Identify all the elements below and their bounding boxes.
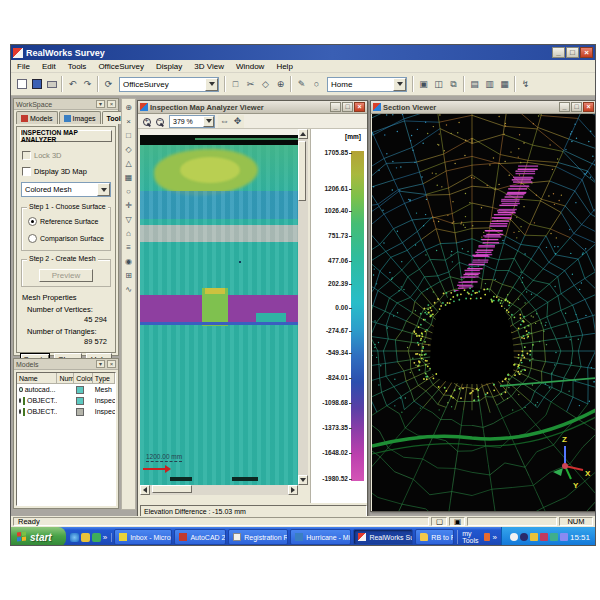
close-icon[interactable]: × bbox=[354, 102, 365, 112]
task-rb-to-pb[interactable]: RB to PB bbox=[415, 529, 454, 545]
models-panel-title[interactable]: Models ▾ × bbox=[14, 359, 118, 370]
help-pointer-icon[interactable]: ↯ bbox=[518, 77, 533, 92]
column-name[interactable]: Name bbox=[17, 373, 57, 384]
save-icon[interactable] bbox=[29, 77, 44, 92]
lock-3d-checkbox[interactable]: Lock 3D bbox=[22, 151, 62, 160]
side-tool-icon[interactable]: ◇ bbox=[122, 143, 135, 156]
visibility-eye-icon[interactable] bbox=[19, 387, 23, 392]
side-tool-icon[interactable]: ≡ bbox=[122, 241, 135, 254]
scroll-down-icon[interactable] bbox=[298, 475, 308, 485]
workspace-panel-title[interactable]: WorkSpace ▾ × bbox=[14, 99, 118, 110]
section-viewer-titlebar[interactable]: Section Viewer _ □ × bbox=[371, 101, 596, 114]
inspection-map[interactable]: 1200.00 mm bbox=[140, 129, 298, 485]
tool-target-icon[interactable]: ⊕ bbox=[273, 77, 288, 92]
chevron-down-icon[interactable] bbox=[97, 183, 110, 196]
side-tool-icon[interactable]: ∿ bbox=[122, 283, 135, 296]
menu-officesurvey[interactable]: OfficeSurvey bbox=[92, 61, 150, 72]
chevron-more-icon[interactable]: » bbox=[493, 533, 497, 542]
task-autocad[interactable]: AutoCAD 2002 bbox=[174, 529, 226, 545]
side-tool-icon[interactable]: ○ bbox=[122, 185, 135, 198]
pin-icon[interactable]: ▾ bbox=[96, 100, 105, 108]
tunnel-3d-view[interactable]: ZXY bbox=[372, 114, 596, 511]
window-new-icon[interactable]: ⧉ bbox=[446, 77, 461, 92]
internet-explorer-icon[interactable] bbox=[70, 533, 79, 542]
table-row[interactable]: autocad... Mesh bbox=[17, 384, 115, 395]
quick-launch-icon[interactable] bbox=[81, 533, 90, 542]
minimize-icon[interactable]: _ bbox=[330, 102, 341, 112]
zoom-in-icon[interactable]: + bbox=[140, 115, 153, 128]
display-3d-map-checkbox[interactable]: Display 3D Map bbox=[22, 167, 87, 176]
start-button[interactable]: start bbox=[11, 527, 66, 546]
side-tool-icon[interactable]: ◉ bbox=[122, 255, 135, 268]
task-registration[interactable]: Registration Rep... bbox=[228, 529, 288, 545]
close-icon[interactable]: × bbox=[107, 100, 116, 108]
fit-view-icon[interactable]: ⇔ bbox=[218, 115, 231, 128]
table-row[interactable]: OBJECT... Inspectio bbox=[17, 395, 115, 406]
tool-select-icon[interactable]: □ bbox=[228, 77, 243, 92]
tray-icon[interactable] bbox=[540, 533, 548, 541]
side-tool-icon[interactable]: ⊞ bbox=[122, 269, 135, 282]
status-button-2[interactable]: ▣ bbox=[449, 517, 465, 526]
column-type[interactable]: Type bbox=[93, 373, 115, 384]
menu-file[interactable]: File bbox=[11, 61, 36, 72]
column-num[interactable]: Num... bbox=[57, 373, 74, 384]
map-horizontal-scrollbar[interactable] bbox=[140, 485, 298, 495]
task-hurricane[interactable]: Hurricane - Micro... bbox=[290, 529, 351, 545]
close-icon[interactable]: × bbox=[583, 102, 594, 112]
survey-mode-combo[interactable]: OfficeSurvey bbox=[119, 77, 219, 92]
reference-surface-radio[interactable]: Reference Surface bbox=[28, 217, 98, 226]
my-tools-icon[interactable] bbox=[484, 533, 489, 541]
side-tool-icon[interactable]: ⊕ bbox=[122, 101, 135, 114]
pan-icon[interactable]: ✥ bbox=[231, 115, 244, 128]
chevron-down-icon[interactable] bbox=[393, 78, 406, 91]
side-tool-icon[interactable]: □ bbox=[122, 129, 135, 142]
tool-measure-icon[interactable]: ◇ bbox=[258, 77, 273, 92]
minimize-icon[interactable]: _ bbox=[559, 102, 570, 112]
window-tile-icon[interactable]: ◫ bbox=[431, 77, 446, 92]
view-combo[interactable]: Home bbox=[327, 77, 407, 92]
maximize-icon[interactable]: □ bbox=[571, 102, 582, 112]
quick-launch-icon[interactable] bbox=[92, 533, 101, 542]
title-bar[interactable]: RealWorks Survey _ □ × bbox=[11, 45, 595, 60]
tool-info-icon[interactable]: ○ bbox=[309, 77, 324, 92]
scroll-right-icon[interactable] bbox=[288, 485, 298, 495]
preview-button[interactable]: Preview bbox=[39, 269, 93, 282]
tray-icon[interactable] bbox=[520, 533, 528, 541]
scroll-up-icon[interactable] bbox=[298, 129, 308, 139]
side-tool-icon[interactable]: ⌂ bbox=[122, 227, 135, 240]
side-tool-icon[interactable]: △ bbox=[122, 157, 135, 170]
menu-3dview[interactable]: 3D View bbox=[188, 61, 230, 72]
tab-models[interactable]: Models bbox=[16, 111, 58, 124]
chevron-more-icon[interactable]: » bbox=[103, 533, 107, 542]
tray-icon[interactable] bbox=[560, 533, 568, 541]
side-tool-icon[interactable]: ▽ bbox=[122, 213, 135, 226]
map-viewer-titlebar[interactable]: Inspection Map Analyzer Viewer _ □ × bbox=[138, 101, 367, 114]
task-realworks[interactable]: RealWorks Survey bbox=[353, 529, 413, 545]
side-tool-icon[interactable]: × bbox=[122, 115, 135, 128]
window-cascade-icon[interactable]: ▣ bbox=[416, 77, 431, 92]
tray-icon[interactable] bbox=[550, 533, 558, 541]
undo-icon[interactable]: ↶ bbox=[65, 77, 80, 92]
close-icon[interactable]: × bbox=[580, 47, 593, 58]
tray-icon[interactable] bbox=[530, 533, 538, 541]
scrollbar-thumb[interactable] bbox=[152, 485, 192, 493]
side-tool-icon[interactable]: ✛ bbox=[122, 199, 135, 212]
status-button-1[interactable]: ▢ bbox=[431, 517, 447, 526]
maximize-icon[interactable]: □ bbox=[342, 102, 353, 112]
menu-edit[interactable]: Edit bbox=[36, 61, 62, 72]
new-icon[interactable] bbox=[14, 77, 29, 92]
side-tool-icon[interactable]: ▦ bbox=[122, 171, 135, 184]
layout-grid-icon[interactable]: ▦ bbox=[497, 77, 512, 92]
minimize-icon[interactable]: _ bbox=[552, 47, 565, 58]
pin-icon[interactable]: ▾ bbox=[96, 360, 105, 368]
task-inbox[interactable]: Inbox - Microsof... bbox=[114, 529, 172, 545]
mesh-type-combo[interactable]: Colored Mesh bbox=[21, 182, 111, 197]
refresh-icon[interactable]: ⟳ bbox=[101, 77, 116, 92]
tool-annotate-icon[interactable]: ✎ bbox=[294, 77, 309, 92]
scroll-left-icon[interactable] bbox=[140, 485, 150, 495]
close-icon[interactable]: × bbox=[107, 360, 116, 368]
comparison-surface-radio[interactable]: Comparison Surface bbox=[28, 234, 104, 243]
menu-tools[interactable]: Tools bbox=[62, 61, 93, 72]
zoom-out-icon[interactable]: − bbox=[153, 115, 166, 128]
layout-vertical-icon[interactable]: ▥ bbox=[482, 77, 497, 92]
